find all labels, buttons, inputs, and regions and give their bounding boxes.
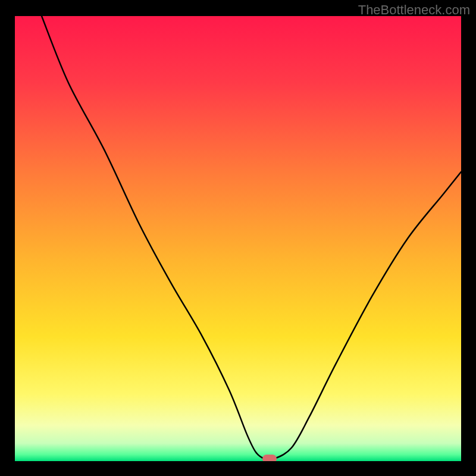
- watermark-text: TheBottleneck.com: [358, 2, 470, 18]
- chart-marker: [262, 455, 277, 461]
- chart-plot-area: [15, 16, 461, 461]
- chart-curve: [15, 16, 461, 461]
